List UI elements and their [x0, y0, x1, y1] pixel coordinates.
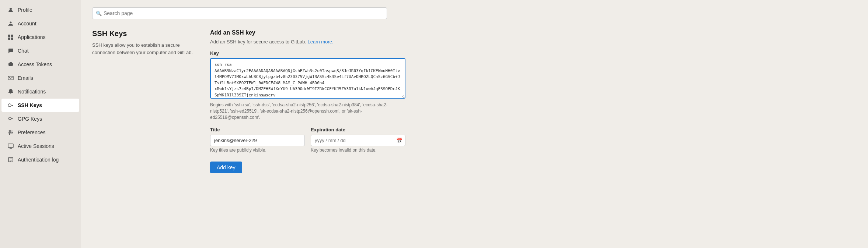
sidebar-item-label: Authentication log [18, 157, 59, 163]
list-icon [7, 156, 14, 163]
monitor-icon [7, 143, 14, 149]
sidebar-item-emails[interactable]: Emails [1, 71, 79, 85]
sidebar-item-ssh-keys[interactable]: SSH Keys [1, 99, 79, 112]
search-icon: 🔍 [96, 11, 102, 16]
search-input[interactable] [92, 7, 387, 19]
svg-point-12 [9, 117, 11, 120]
person-icon [7, 7, 14, 13]
sidebar-item-label: SSH Keys [18, 102, 42, 108]
add-key-description: Add an SSH key for secure access to GitL… [210, 39, 857, 45]
gpg-key-icon [7, 116, 14, 122]
account-icon [7, 20, 14, 27]
svg-rect-4 [8, 35, 10, 37]
sidebar-item-label: Notifications [18, 89, 46, 95]
calendar-icon: 📅 [396, 138, 402, 144]
sliders-icon [7, 129, 14, 136]
svg-rect-9 [10, 62, 12, 63]
expiration-group: Expiration date 📅 Key becomes invalid on… [311, 127, 405, 153]
grid-icon [7, 34, 14, 40]
sidebar-item-label: Account [18, 21, 36, 26]
chat-icon [7, 47, 14, 54]
svg-rect-3 [8, 25, 13, 26]
token-icon [7, 61, 14, 68]
sidebar-item-label: Active Sessions [18, 143, 54, 149]
ssh-info-section: SSH Keys SSH keys allow you to establish… [92, 29, 195, 173]
ssh-form-section: Add an SSH key Add an SSH key for secure… [210, 29, 857, 173]
ssh-section-description: SSH keys allow you to establish a secure… [92, 42, 195, 56]
expiration-note: Key becomes invalid on this date. [311, 148, 405, 153]
sidebar-item-active-sessions[interactable]: Active Sessions [1, 139, 79, 153]
key-hint-text: Begins with 'ssh-rsa', 'ssh-dss', 'ecdsa… [210, 102, 405, 120]
search-bar: 🔍 [92, 7, 387, 19]
sidebar-item-account[interactable]: Account [1, 17, 79, 30]
expiration-input[interactable] [311, 135, 405, 146]
svg-rect-19 [8, 144, 13, 148]
main-content: 🔍 SSH Keys SSH keys allow you to establi… [81, 0, 868, 248]
svg-rect-8 [8, 63, 13, 66]
sidebar-item-label: Applications [18, 34, 46, 40]
svg-rect-7 [11, 38, 13, 40]
sidebar-item-label: GPG Keys [18, 116, 42, 122]
sidebar-item-authentication-log[interactable]: Authentication log [1, 153, 79, 166]
svg-rect-5 [11, 35, 13, 37]
title-input[interactable] [210, 135, 305, 146]
ssh-section-title: SSH Keys [92, 29, 195, 38]
sidebar-item-chat[interactable]: Chat [1, 44, 79, 57]
add-key-button[interactable]: Add key [210, 162, 242, 173]
title-note: Key titles are publicly visible. [210, 148, 305, 153]
svg-rect-2 [9, 24, 13, 25]
sidebar-item-label: Chat [18, 48, 29, 54]
sidebar-item-label: Access Tokens [18, 61, 52, 67]
key-textarea[interactable] [210, 58, 405, 99]
svg-rect-6 [8, 38, 10, 40]
sidebar: Profile Account Applications Chat Access… [0, 0, 81, 248]
sidebar-item-gpg-keys[interactable]: GPG Keys [1, 112, 79, 125]
bell-icon [7, 88, 14, 95]
sidebar-item-applications[interactable]: Applications [1, 31, 79, 44]
sidebar-item-label: Preferences [18, 130, 45, 135]
sidebar-item-preferences[interactable]: Preferences [1, 126, 79, 139]
svg-rect-10 [8, 76, 13, 80]
title-group: Title Key titles are publicly visible. [210, 127, 305, 153]
sidebar-item-profile[interactable]: Profile [1, 3, 79, 17]
learn-more-link[interactable]: Learn more. [307, 39, 333, 45]
key-icon [7, 102, 14, 109]
sidebar-item-label: Emails [18, 75, 33, 81]
email-icon [7, 75, 14, 81]
svg-point-16 [10, 131, 11, 132]
title-label: Title [210, 127, 305, 132]
key-field-label: Key [210, 50, 857, 56]
svg-point-0 [10, 8, 12, 10]
title-expiration-row: Title Key titles are publicly visible. E… [210, 127, 405, 153]
sidebar-item-access-tokens[interactable]: Access Tokens [1, 58, 79, 71]
svg-point-11 [8, 104, 11, 107]
sidebar-item-label: Profile [18, 7, 32, 13]
expiration-label: Expiration date [311, 127, 405, 132]
svg-point-1 [10, 22, 12, 24]
add-key-title: Add an SSH key [210, 29, 857, 36]
svg-point-18 [9, 134, 10, 135]
sidebar-item-notifications[interactable]: Notifications [1, 85, 79, 98]
svg-point-17 [11, 132, 12, 133]
